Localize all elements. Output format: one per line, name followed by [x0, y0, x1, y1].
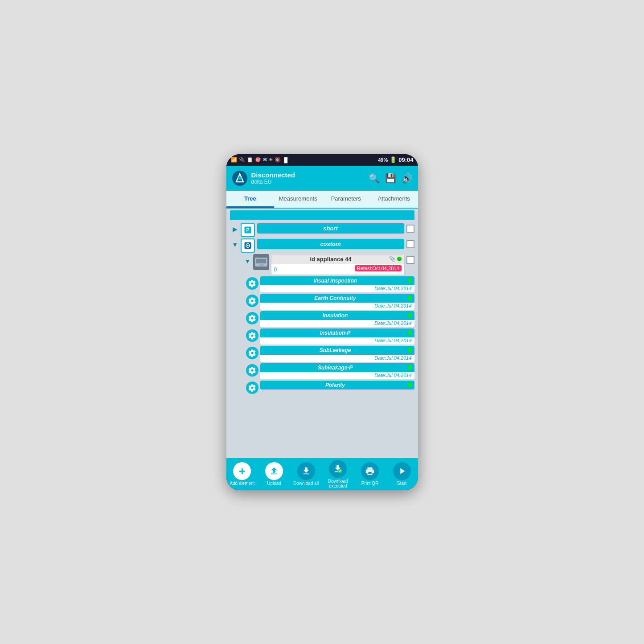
test-date-insulation-p: Date:Jul.04,2014: [260, 337, 414, 345]
mute-icon: 🔇: [275, 157, 281, 163]
checkbox-costom[interactable]: [406, 240, 414, 248]
sim-icon: 📋: [247, 157, 253, 163]
appliance-item: ▼ id appliance 44 📎 0 Retest:Oct.04,20: [242, 254, 414, 275]
item-icon-costom: [241, 238, 255, 253]
add-element-button[interactable]: + Add element: [226, 462, 258, 486]
chevron-right-short[interactable]: ▶: [230, 224, 241, 234]
download-all-button[interactable]: Download all: [291, 462, 322, 486]
test-date-earth: Date:Jul.04,2014: [260, 303, 414, 310]
test-dot-polarity: [408, 383, 412, 387]
download-all-icon: [297, 462, 315, 480]
test-content-earth: Earth Continuity Date:Jul.04,2014: [260, 294, 414, 310]
tree-item-short: ▶ P short: [230, 223, 414, 237]
svg-rect-9: [256, 259, 266, 263]
test-row-subleakage-p: Subleakage-P Date:Jul.04,2014: [246, 363, 414, 379]
chevron-down-appliance[interactable]: ▼: [242, 256, 253, 267]
search-icon[interactable]: 🔍: [369, 173, 380, 184]
appliance-header: id appliance 44 📎: [271, 254, 404, 264]
app-subtitle: delta EU: [251, 179, 369, 185]
add-element-label: Add element: [230, 481, 254, 486]
test-row-subleakage: SubLeakage Date:Jul.04,2014: [246, 346, 414, 362]
test-label-visual[interactable]: Visual Inspection: [263, 278, 408, 284]
print-qr-icon: [361, 462, 379, 480]
test-content-visual: Visual Inspection Date:Jul.04,2014: [260, 276, 414, 292]
test-content-subleakage: SubLeakage Date:Jul.04,2014: [260, 346, 414, 362]
download-executed-label: Download executed: [322, 479, 353, 488]
test-row-insulation-p: Insulation-P Date:Jul.04,2014: [246, 328, 414, 345]
test-rows: Visual Inspection Date:Jul.04,2014 Earth…: [246, 276, 414, 394]
tab-measurements[interactable]: Measurements: [274, 191, 322, 208]
appliance-icon: [253, 254, 269, 270]
tab-attachments[interactable]: Attachments: [370, 191, 418, 208]
test-dot-subleakage-p: [408, 365, 412, 369]
battery-icon: 🔋: [390, 156, 397, 163]
test-label-bar-insulation: Insulation: [260, 311, 414, 320]
appliance-content: id appliance 44 📎 0 Retest:Oct.04,2014: [271, 254, 405, 275]
svg-text:P: P: [246, 227, 249, 233]
target-icon: 🎯: [255, 157, 261, 163]
attachment-icon: 📎: [389, 256, 396, 262]
test-label-polarity[interactable]: Polarity: [263, 382, 408, 388]
svg-point-6: [247, 245, 248, 246]
test-row-visual: Visual Inspection Date:Jul.04,2014: [246, 276, 414, 292]
upload-icon: [265, 462, 283, 480]
item-label-short[interactable]: short: [257, 223, 404, 234]
test-label-bar-visual: Visual Inspection: [260, 276, 414, 285]
appliance-body: 0 Retest:Oct.04,2014: [271, 264, 404, 275]
item-label-costom[interactable]: costom: [257, 239, 404, 249]
time-display: 09:04: [398, 156, 413, 163]
test-row-polarity: Polarity: [246, 381, 414, 394]
gear-icon-subleakage-p: [246, 364, 258, 377]
test-date-visual: Date:Jul.04,2014: [260, 285, 414, 292]
test-label-bar-earth: Earth Continuity: [260, 294, 414, 303]
test-dot-earth: [408, 296, 412, 300]
test-label-bar-subleakage-p: Subleakage-P: [260, 363, 414, 372]
test-row-earth: Earth Continuity Date:Jul.04,2014: [246, 294, 414, 310]
print-qr-button[interactable]: Print QR: [354, 462, 386, 486]
content-area: ▶ P short ▼ cost: [226, 209, 418, 458]
test-dot-visual: [408, 279, 412, 283]
appliance-name: id appliance 44: [274, 256, 388, 263]
start-label: Start: [397, 481, 406, 486]
svg-point-1: [238, 176, 242, 180]
bt-icon: ✳: [269, 157, 273, 163]
battery-percent: 49%: [378, 157, 388, 163]
gear-icon-earth: [246, 295, 258, 307]
download-executed-button[interactable]: Download executed: [322, 460, 353, 488]
tab-parameters[interactable]: Parameters: [322, 191, 370, 208]
test-label-insulation-p[interactable]: Insulation-P: [263, 330, 408, 336]
tab-bar: Tree Measurements Parameters Attachments: [226, 191, 418, 209]
tree-item-costom: ▼ costom: [230, 238, 414, 253]
test-label-subleakage-p[interactable]: Subleakage-P: [263, 365, 408, 371]
checkbox-appliance[interactable]: [406, 256, 414, 264]
gear-icon-polarity: [246, 381, 258, 394]
top-bar: Disconnected delta EU 🔍 💾 🔊: [226, 166, 418, 191]
bluetooth-icon[interactable]: 🔊: [402, 173, 413, 184]
test-label-bar-insulation-p: Insulation-P: [260, 328, 414, 337]
app-logo: [232, 170, 248, 186]
gear-icon-visual: [246, 277, 258, 290]
test-label-insulation[interactable]: Insulation: [263, 312, 408, 319]
top-bar-title-area: Disconnected delta EU: [251, 171, 369, 185]
wifi-icon: 📶: [231, 157, 237, 163]
download-all-label: Download all: [293, 481, 319, 486]
test-date-subleakage-p: Date:Jul.04,2014: [260, 372, 414, 379]
test-row-insulation: Insulation Date:Jul.04,2014: [246, 311, 414, 327]
gear-icon-subleakage: [246, 347, 258, 359]
test-content-insulation: Insulation Date:Jul.04,2014: [260, 311, 414, 327]
upload-label: Upload: [267, 481, 281, 486]
start-icon: [393, 462, 411, 480]
test-label-earth[interactable]: Earth Continuity: [263, 295, 408, 301]
checkbox-short[interactable]: [406, 225, 414, 233]
retest-badge: Retest:Oct.04,2014: [355, 265, 402, 271]
test-label-subleakage[interactable]: SubLeakage: [263, 347, 408, 353]
tab-tree[interactable]: Tree: [226, 191, 275, 208]
save-icon[interactable]: 💾: [385, 173, 396, 184]
chevron-down-costom[interactable]: ▼: [230, 239, 241, 250]
add-element-icon: +: [233, 462, 251, 480]
upload-button[interactable]: Upload: [258, 462, 290, 486]
content-header-bar: [230, 210, 414, 220]
svg-rect-10: [259, 264, 263, 266]
test-dot-insulation-p: [408, 331, 412, 335]
start-button[interactable]: Start: [386, 462, 418, 486]
